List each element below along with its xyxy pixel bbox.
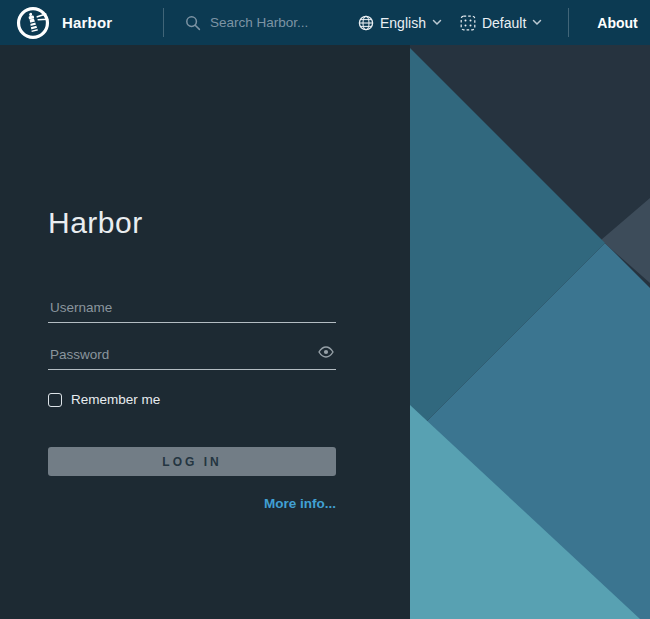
eye-icon — [318, 346, 334, 358]
username-field — [48, 300, 336, 323]
search-bar — [164, 14, 358, 31]
search-input[interactable] — [208, 14, 358, 31]
more-info-row: More info... — [48, 494, 336, 512]
search-icon — [185, 15, 201, 31]
remember-row: Remember me — [48, 392, 336, 407]
triangle-art — [410, 45, 650, 619]
theme-label: Default — [482, 15, 526, 31]
main-area: Harbor Remember me LOG IN More — [0, 45, 650, 619]
background-art-panel — [410, 45, 650, 619]
password-input[interactable] — [48, 347, 336, 370]
remember-checkbox[interactable] — [48, 393, 62, 407]
header-divider — [568, 8, 569, 37]
about-link[interactable]: About — [597, 15, 637, 31]
harbor-logo-icon — [16, 6, 50, 40]
password-field — [48, 347, 336, 370]
login-button[interactable]: LOG IN — [48, 447, 336, 476]
theme-grid-icon — [460, 15, 476, 31]
login-panel: Harbor Remember me LOG IN More — [0, 45, 410, 619]
app-header: Harbor English Default — [0, 0, 650, 45]
language-label: English — [380, 15, 426, 31]
brand-label: Harbor — [62, 14, 112, 31]
username-input[interactable] — [48, 300, 336, 323]
more-info-link[interactable]: More info... — [264, 496, 336, 511]
remember-label[interactable]: Remember me — [71, 392, 160, 407]
language-dropdown[interactable]: English — [358, 15, 442, 31]
theme-dropdown[interactable]: Default — [460, 15, 542, 31]
globe-icon — [358, 15, 374, 31]
page-title: Harbor — [48, 45, 336, 240]
show-password-button[interactable] — [316, 344, 336, 363]
chevron-down-icon — [432, 19, 442, 26]
brand[interactable]: Harbor — [0, 6, 163, 40]
chevron-down-icon — [532, 19, 542, 26]
